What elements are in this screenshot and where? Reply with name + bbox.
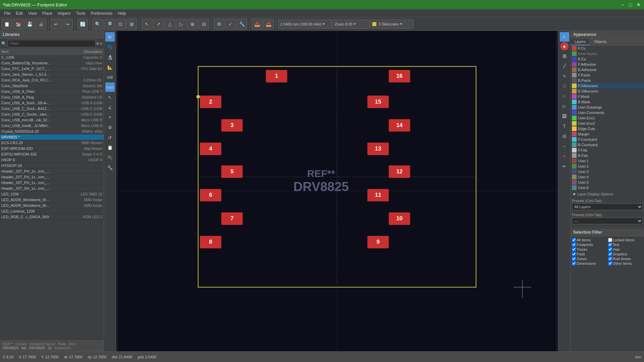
footprint-button[interactable]: 👣 (105, 42, 115, 52)
board-button[interactable]: 📋 (105, 143, 115, 152)
layer-row[interactable]: B.Mask (571, 99, 644, 105)
design-rules-button[interactable]: ⚙ (214, 19, 224, 29)
selection-filter-checkbox[interactable] (572, 243, 576, 247)
library-item[interactable]: LED_ADDR_Worldsemi_WS2812BSMD footpr (0, 203, 104, 208)
layer-row[interactable]: User.Eco1 (571, 115, 644, 121)
library-item[interactable]: Crystal_NX5032GA-2020MHz ±50p (0, 129, 104, 134)
menu-place[interactable]: Place (40, 10, 55, 16)
selection-filter-checkbox[interactable] (608, 243, 612, 247)
library-item[interactable]: Conn_Jack_Stereo...l_SJ-3523-SMT-TR (0, 72, 104, 77)
triangle-button[interactable]: ▷ (560, 101, 569, 111)
layer-row[interactable]: F.Cu (571, 46, 644, 51)
menu-inspect[interactable]: Inspect (55, 10, 73, 16)
selection-filter-checkbox[interactable] (608, 261, 612, 265)
table-button[interactable]: ⊟ (560, 131, 569, 141)
pencil-button[interactable]: ✏ (560, 162, 569, 171)
filter-options-button[interactable]: ≡ (100, 41, 102, 46)
layer-row[interactable]: Edge.Cuts (571, 126, 644, 131)
zoom-fit-button[interactable]: ⊡ (115, 19, 126, 29)
grid-dropdown[interactable]: 2.5400 mm (100.00 mils) ▾ (278, 19, 332, 29)
library-item[interactable]: Conn_USB_microB...nik_629105136821Micro … (0, 117, 104, 123)
library-item[interactable]: Header_JST_PH_1x...mm_Vertical_SMD (0, 169, 104, 174)
save-button[interactable]: 💾 (24, 19, 35, 29)
curve-button[interactable]: ∿ (560, 71, 569, 80)
menu-preferences[interactable]: Preferences (88, 10, 115, 16)
lib-button[interactable]: 📚 (13, 19, 23, 29)
library-item[interactable]: Conn_USB_C_Sock...B4125-GF-A-0190USB-C (… (0, 106, 104, 112)
net-button[interactable]: 🔌 (105, 153, 115, 162)
zoom-area-button[interactable]: ⊞ (126, 19, 137, 29)
layer-row[interactable]: F.Silkscreen (571, 83, 644, 88)
library-item[interactable]: Conn_FFC_1x04_P...GCT_FFC3B11-04-TFFC Si… (0, 66, 104, 72)
library-item[interactable]: ESP32-WROOM-32ESingle 2.4 G (0, 152, 104, 157)
layer-row[interactable]: B.Fab (571, 153, 644, 158)
inspect-button[interactable]: 🔬 (105, 52, 115, 62)
drc2-button[interactable]: 🔧 (236, 19, 247, 29)
selection-filter-checkbox[interactable] (608, 247, 612, 251)
layer-row[interactable]: B.Courtyard (571, 142, 644, 147)
close-button[interactable]: ✕ (636, 2, 641, 7)
print-button[interactable]: 🖨 (36, 19, 46, 29)
refresh-button[interactable]: 🔄 (77, 19, 88, 29)
circle2-button[interactable]: ○ (560, 91, 569, 101)
menu-tools[interactable]: Tools (73, 10, 88, 16)
library-item[interactable]: DRV8825 * (0, 134, 104, 140)
layer-row[interactable]: B.Cu (571, 56, 644, 62)
layer-row[interactable]: Margin (571, 131, 644, 137)
library-item[interactable]: HTSSOP-16 (0, 163, 104, 169)
import-button[interactable]: 📥 (252, 19, 262, 29)
grid-button[interactable]: ⊞ (187, 19, 198, 29)
zoom-dropdown[interactable]: Zoom 8.00 ▾ (332, 19, 369, 29)
presets2-dropdown[interactable]: --- (572, 218, 643, 224)
wrench-button[interactable]: 🔧 (105, 163, 115, 172)
layer-row[interactable]: F.Adhesive (571, 62, 644, 67)
selection-filter-checkbox[interactable] (572, 261, 576, 265)
selection-filter-checkbox[interactable] (572, 247, 576, 251)
filter-clear-button[interactable]: ✕ (96, 41, 100, 46)
layer-row[interactable]: B.Adhesive (571, 67, 644, 72)
line-button[interactable]: ╱ (560, 61, 569, 70)
layer-display-options[interactable]: ▶ Layer Display Options (571, 190, 644, 197)
layer-row[interactable]: F.Courtyard (571, 137, 644, 142)
layer-row[interactable]: F.Mask (571, 94, 644, 99)
library-item[interactable]: C_1206Capacitor S (0, 55, 104, 60)
settings-button[interactable]: ⚙ (105, 123, 115, 132)
selection-filter-checkbox[interactable] (572, 252, 576, 256)
layer-row[interactable]: User.2 (571, 164, 644, 169)
select-tool-button[interactable]: ↖ (560, 32, 569, 42)
layer-row[interactable]: F.Fab (571, 147, 644, 153)
library-item[interactable]: Conn_USB_A_PlugShielded US (0, 95, 104, 100)
layer-row[interactable]: User.1 (571, 158, 644, 164)
coords-button[interactable]: ⌖ (105, 113, 115, 122)
route-button[interactable]: ↗ (153, 19, 164, 29)
presets1-dropdown[interactable]: All Layers (572, 203, 643, 210)
layer-row[interactable]: User.6 (571, 185, 644, 190)
library-item[interactable]: Conn_BatteryClip_Keystone_555https://ww (0, 60, 104, 66)
selection-filter-checkbox[interactable] (608, 252, 612, 256)
tab-layers[interactable]: Layers (571, 39, 590, 45)
drc-button[interactable]: ✓ (225, 19, 236, 29)
library-item[interactable]: LED_RGB_C...t_GW1A_5K9RGB LED 2 (0, 214, 104, 220)
library-item[interactable]: Conn_USB_C_Socke...olex_2171790001USB-C … (0, 112, 104, 117)
grid2-button[interactable]: ⊟ (199, 19, 209, 29)
grid-view-button[interactable]: ⊞ (105, 32, 115, 42)
layer-row[interactable]: B.Silkscreen (571, 88, 644, 94)
menu-view[interactable]: View (25, 10, 40, 16)
angle-button[interactable]: ∠ (105, 103, 115, 112)
select-button[interactable]: ↖ (142, 19, 152, 29)
zoom-out-button[interactable]: 🔎 (104, 19, 114, 29)
canvas-area[interactable]: 1 2 3 4 5 6 7 (116, 31, 558, 351)
layer-row[interactable]: User.Comments (571, 110, 644, 115)
hatch-button[interactable]: ▨ (560, 51, 569, 60)
export-button[interactable]: 📤 (263, 19, 274, 29)
library-item[interactable]: ECS-CR2-20SMD Resom (0, 140, 104, 146)
mm-button[interactable]: mm (105, 82, 115, 92)
cursor-button[interactable]: ↖ (105, 93, 115, 102)
dimension-button[interactable]: ↔ (560, 141, 569, 151)
flip-button[interactable]: △ (164, 19, 175, 29)
menu-edit[interactable]: Edit (13, 10, 25, 16)
library-item[interactable]: Header_JST_PH_1x...mm_Vertical_SMD (0, 180, 104, 186)
layer-row[interactable]: User.3 (571, 169, 644, 174)
library-item[interactable]: LED_ADDR_Worldsemi_WS2812SMD footpr (0, 197, 104, 203)
layer-dropdown[interactable]: F.Silkscreen ▾ (370, 19, 414, 29)
